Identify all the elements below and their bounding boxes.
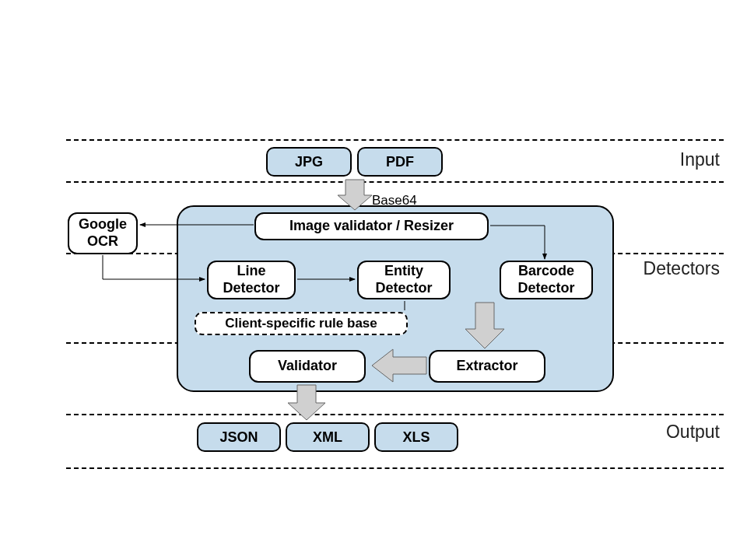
input-box-pdf: PDF: [357, 147, 443, 177]
input-box-jpg: JPG: [266, 147, 352, 177]
divider: [66, 467, 724, 469]
output-box-xls: XLS: [374, 422, 458, 452]
divider: [66, 414, 724, 415]
diagram-canvas: Input Detectors Output JPG PDF Base64 Go…: [0, 0, 747, 560]
pipeline-entity-detector: Entity Detector: [357, 261, 451, 299]
pipeline-line-detector: Line Detector: [207, 261, 296, 299]
pipeline-extractor: Extractor: [429, 350, 545, 383]
pipeline-image-validator: Image validator / Resizer: [254, 212, 489, 240]
external-google-ocr: Google OCR: [68, 212, 138, 254]
output-box-xml: XML: [286, 422, 370, 452]
output-box-json: JSON: [197, 422, 281, 452]
section-label-input: Input: [680, 149, 720, 170]
section-label-output: Output: [666, 422, 720, 443]
divider: [66, 181, 724, 183]
pipeline-validator: Validator: [249, 350, 366, 383]
pipeline-barcode-detector: Barcode Detector: [500, 261, 593, 299]
divider: [66, 139, 724, 141]
pipeline-rule-base: Client-specific rule base: [195, 312, 408, 335]
section-label-detectors: Detectors: [644, 258, 720, 279]
